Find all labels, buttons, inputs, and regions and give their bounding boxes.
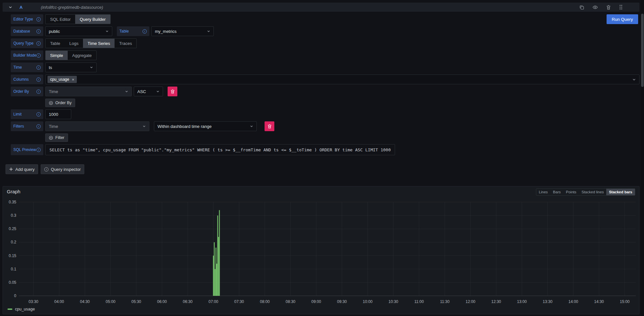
display-mode-option-lines[interactable]: Lines <box>536 189 551 195</box>
info-icon[interactable] <box>143 29 147 34</box>
add-filter-button[interactable]: Filter <box>45 133 68 142</box>
editor-type-label: Editor Type <box>13 17 33 21</box>
x-axis-tick-label: 14:00 <box>569 299 578 304</box>
info-icon[interactable] <box>36 29 41 34</box>
table-label: Table <box>119 29 129 34</box>
editor-type-group: SQL EditorQuery Builder <box>45 14 111 24</box>
chart-legend: cpu_usage <box>7 307 35 311</box>
info-icon[interactable] <box>36 53 41 58</box>
add-query-button[interactable]: Add query <box>6 164 38 174</box>
x-axis-tick-label: 14:30 <box>594 299 604 304</box>
remove-order-by-button[interactable] <box>168 87 177 96</box>
builder-mode-group: SimpleAggregate <box>45 50 97 60</box>
hide-query-eye-icon[interactable] <box>593 5 598 9</box>
bar-cpu_usage-07:00 <box>213 256 214 296</box>
x-axis-tick-label: 05:00 <box>106 299 116 304</box>
page-scrollbar[interactable] <box>641 0 644 316</box>
y-axis-tick-label: 0.15 <box>9 254 17 258</box>
field-row-time: Time ts <box>11 62 639 72</box>
info-icon[interactable] <box>36 148 41 152</box>
x-axis-tick-label: 09:00 <box>311 299 321 304</box>
bar-cpu_usage-07:02 <box>215 269 216 296</box>
info-icon[interactable] <box>36 112 41 117</box>
field-row-sql-preview: SQL Preview SELECT ts as "time", cpu_usa… <box>11 144 639 155</box>
time-column-select[interactable]: ts <box>45 62 97 72</box>
y-axis-tick-label: 0.2 <box>11 240 16 244</box>
filter-condition-select[interactable]: Within dashboard time range <box>154 121 257 131</box>
display-mode-option-points[interactable]: Points <box>563 189 579 195</box>
time-label: Time <box>13 65 22 70</box>
circle-plus-icon <box>49 136 53 140</box>
graph-panel: Graph LinesBarsPointsStacked linesStacke… <box>3 186 639 314</box>
query-inspector-button[interactable]: Query inspector <box>41 164 84 174</box>
limit-input[interactable]: 1000 <box>45 109 71 119</box>
duplicate-query-icon[interactable] <box>579 5 584 10</box>
remove-filter-button[interactable] <box>265 121 274 131</box>
chevron-down-icon <box>632 78 636 81</box>
editor-footer: Add query Query inspector <box>6 164 639 174</box>
info-icon[interactable] <box>36 41 41 46</box>
builder-mode-label-cell: Builder Mode <box>11 50 43 60</box>
builder-mode-option-simple[interactable]: Simple <box>46 51 68 60</box>
x-axis-tick-label: 10:30 <box>389 299 398 304</box>
editor-type-option-query-builder[interactable]: Query Builder <box>75 15 110 24</box>
add-order-by-button[interactable]: Order By <box>45 99 75 107</box>
table-select[interactable]: my_metrics <box>151 26 214 36</box>
query-type-option-time-series[interactable]: Time Series <box>83 39 115 48</box>
chevron-down-icon <box>90 66 93 69</box>
field-row-query-type: Query Type TableLogsTime SeriesTraces <box>11 38 639 48</box>
x-axis-tick-label: 10:00 <box>363 299 373 304</box>
info-icon[interactable] <box>36 89 41 94</box>
field-row-filters: Filters Time Within dashboard time range <box>11 121 639 131</box>
database-label: Database <box>13 29 30 34</box>
query-type-option-table[interactable]: Table <box>46 39 65 48</box>
bar-cpu_usage-07:04 <box>216 264 217 296</box>
query-type-option-logs[interactable]: Logs <box>65 39 83 48</box>
editor-type-label-cell: Editor Type <box>11 14 43 24</box>
limit-label: Limit <box>13 112 21 117</box>
sql-preview-label-cell: SQL Preview <box>11 144 43 155</box>
scrollbar-thumb[interactable] <box>641 14 644 87</box>
order-by-label: Order By <box>13 89 29 94</box>
order-by-column-select[interactable]: Time <box>45 87 132 96</box>
display-mode-option-stacked-bars[interactable]: Stacked bars <box>606 189 635 195</box>
remove-column-tag-icon[interactable]: × <box>72 77 75 82</box>
field-row-builder-mode: Builder Mode SimpleAggregate <box>11 50 639 60</box>
legend-item-cpu_usage[interactable]: cpu_usage <box>7 307 35 311</box>
y-axis-tick-label: 0.25 <box>9 227 17 231</box>
columns-multiselect[interactable]: cpu_usage× <box>45 75 639 84</box>
bar-cpu_usage-07:03 <box>215 248 216 296</box>
display-mode-option-bars[interactable]: Bars <box>550 189 563 195</box>
time-series-chart[interactable]: 00.050.10.150.20.250.30.3503:3004:0004:3… <box>3 198 637 310</box>
order-by-label-cell: Order By <box>11 87 43 96</box>
filter-column-select[interactable]: Time <box>45 121 149 131</box>
order-by-direction-select[interactable]: ASC <box>134 87 163 96</box>
display-mode-option-stacked-lines[interactable]: Stacked lines <box>579 189 606 195</box>
info-icon[interactable] <box>36 17 41 21</box>
run-query-button[interactable]: Run Query <box>607 14 638 24</box>
x-axis-tick-label: 13:30 <box>543 299 553 304</box>
query-type-option-traces[interactable]: Traces <box>115 39 136 48</box>
columns-tag-list: cpu_usage× <box>48 76 79 83</box>
x-axis-tick-label: 05:30 <box>131 299 141 304</box>
legend-series-name: cpu_usage <box>15 307 35 311</box>
y-axis-tick-label: 0.1 <box>11 267 16 271</box>
x-axis-tick-label: 15:00 <box>620 299 630 304</box>
info-icon[interactable] <box>36 65 41 70</box>
query-type-group: TableLogsTime SeriesTraces <box>45 38 137 48</box>
filters-label-cell: Filters <box>11 121 43 131</box>
x-axis-tick-label: 09:30 <box>337 299 347 304</box>
drag-handle-icon[interactable] <box>619 5 623 10</box>
filters-label: Filters <box>13 124 24 129</box>
database-select[interactable]: public <box>45 26 112 36</box>
chevron-down-icon <box>156 90 159 93</box>
info-icon[interactable] <box>36 77 41 82</box>
delete-query-trash-icon[interactable] <box>606 5 611 10</box>
builder-mode-option-aggregate[interactable]: Aggregate <box>68 51 96 60</box>
y-axis-tick-label: 0 <box>14 294 16 298</box>
collapse-query-icon[interactable] <box>8 5 12 9</box>
info-icon[interactable] <box>36 124 41 129</box>
editor-type-option-sql-editor[interactable]: SQL Editor <box>46 15 75 24</box>
query-editor-section: A (info8fcc-greptimedb-datasource) Run Q… <box>3 3 639 174</box>
y-axis-tick-label: 0.3 <box>11 213 16 218</box>
